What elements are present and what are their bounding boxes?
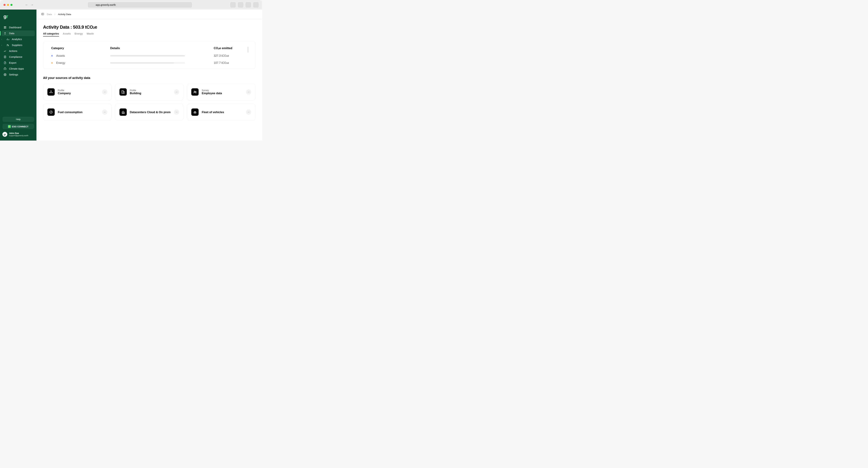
user-email: support@greenly.earth bbox=[9, 134, 28, 136]
category-tabs: All categories Assets Energy Waste bbox=[43, 32, 255, 36]
source-kicker: Profile bbox=[58, 89, 71, 92]
sidebar-item-settings[interactable]: Settings bbox=[0, 72, 36, 77]
sidebar-item-analytics[interactable]: › Analytics bbox=[0, 36, 36, 42]
tab-assets[interactable]: Assets bbox=[63, 32, 71, 36]
svg-rect-9 bbox=[42, 13, 44, 15]
logo: gr bbox=[0, 9, 36, 25]
svg-point-10 bbox=[51, 91, 51, 91]
sidebar-item-data[interactable]: Data bbox=[2, 30, 35, 36]
svg-rect-3 bbox=[5, 28, 6, 28]
dashboard-icon bbox=[3, 26, 7, 29]
sidebar-item-climate-apps[interactable]: Climate Apps bbox=[0, 66, 36, 72]
breadcrumb: Data / Activity Data bbox=[36, 9, 262, 19]
source-title: Employee data bbox=[202, 92, 222, 95]
tab-all-categories[interactable]: All categories bbox=[43, 32, 59, 36]
upload-icon bbox=[3, 32, 7, 35]
sidebar-item-label: Data bbox=[9, 32, 14, 35]
breadcrumb-root[interactable]: Data bbox=[47, 13, 52, 15]
source-title: Company bbox=[58, 92, 71, 95]
tab-energy[interactable]: Energy bbox=[75, 32, 83, 36]
arrow-right-icon: → bbox=[246, 110, 251, 115]
source-card[interactable]: EFFuel consumption→ bbox=[43, 104, 112, 120]
help-button[interactable]: Help bbox=[2, 117, 34, 122]
chevron-right-icon: › bbox=[1, 44, 2, 46]
forward-arrow-icon[interactable]: → bbox=[30, 3, 34, 7]
source-icon bbox=[48, 88, 55, 96]
category-dot-icon bbox=[51, 55, 53, 57]
svg-rect-1 bbox=[5, 26, 6, 27]
sidebar-item-label: Dashboard bbox=[9, 26, 21, 29]
source-icon: EF bbox=[48, 108, 55, 116]
sidebar-item-label: Export bbox=[9, 61, 16, 64]
svg-rect-13 bbox=[122, 91, 123, 94]
breadcrumb-sep: / bbox=[55, 13, 55, 15]
scroll-thumb[interactable] bbox=[248, 47, 248, 53]
source-icon bbox=[191, 108, 198, 116]
source-card[interactable]: Fleet of vehicles→ bbox=[187, 104, 255, 120]
source-icon bbox=[119, 108, 127, 116]
browser-chrome-bar: ← → app.greenly.earth bbox=[0, 0, 262, 9]
url-bar[interactable]: app.greenly.earth bbox=[88, 2, 192, 8]
sidebar-item-export[interactable]: Export bbox=[0, 60, 36, 66]
actions-icon bbox=[3, 50, 7, 53]
close-dot[interactable] bbox=[3, 4, 5, 6]
svg-rect-14 bbox=[123, 91, 124, 93]
compliance-icon bbox=[3, 55, 7, 59]
arrow-right-icon: → bbox=[246, 89, 251, 95]
svg-rect-20 bbox=[123, 113, 124, 113]
avatar: gr bbox=[2, 132, 7, 137]
details-bar bbox=[110, 62, 185, 63]
summary-row[interactable]: Energy107.7 tCO₂e bbox=[51, 61, 248, 65]
category-name: Energy bbox=[56, 61, 65, 65]
back-arrow-icon[interactable]: ← bbox=[25, 3, 29, 7]
bolt-icon: ⚡ bbox=[8, 125, 11, 128]
svg-point-16 bbox=[195, 91, 196, 92]
source-card[interactable]: SurveyEmployee data→ bbox=[187, 84, 255, 100]
sidebar-item-label: Climate Apps bbox=[9, 67, 24, 70]
source-icon bbox=[119, 88, 127, 96]
maximize-dot[interactable] bbox=[10, 4, 12, 6]
details-bar bbox=[110, 55, 185, 56]
breadcrumb-current: Activity Data bbox=[58, 13, 71, 15]
category-name: Assets bbox=[56, 54, 65, 57]
sidebar-item-suppliers[interactable]: › Suppliers bbox=[0, 42, 36, 48]
svg-rect-0 bbox=[4, 26, 5, 27]
category-dot-icon bbox=[51, 62, 53, 64]
sidebar-item-label: Suppliers bbox=[12, 44, 22, 46]
apps-icon bbox=[3, 67, 7, 70]
sources-title: All your sources of activity data bbox=[43, 76, 255, 80]
export-icon bbox=[3, 61, 7, 64]
sidebar-item-label: Compliance bbox=[9, 56, 22, 58]
minimize-dot[interactable] bbox=[7, 4, 9, 6]
source-kicker: Profile bbox=[130, 89, 141, 92]
summary-row[interactable]: Assets327.3 tCO₂e bbox=[51, 54, 248, 57]
arrow-right-icon: → bbox=[174, 89, 179, 95]
source-title: Fuel consumption bbox=[58, 111, 83, 114]
tab-waste[interactable]: Waste bbox=[87, 32, 94, 36]
source-title: Fleet of vehicles bbox=[202, 111, 224, 114]
panel-icon[interactable] bbox=[41, 13, 44, 16]
col-emitted-head: CO₂e emitted bbox=[214, 46, 248, 50]
analytics-icon bbox=[6, 38, 9, 41]
sidebar-item-compliance[interactable]: Compliance bbox=[0, 54, 36, 60]
window-controls bbox=[3, 4, 12, 6]
svg-point-4 bbox=[7, 44, 8, 45]
user-block[interactable]: gr John Doe support@greenly.earth bbox=[0, 132, 36, 141]
chevron-right-icon: › bbox=[1, 38, 2, 40]
source-card[interactable]: Datacenters Cloud & On prem→ bbox=[115, 104, 184, 120]
source-icon bbox=[191, 88, 198, 96]
source-card[interactable]: ProfileBuilding→ bbox=[115, 84, 184, 100]
arrow-right-icon: → bbox=[102, 110, 107, 115]
col-category-head: Category bbox=[51, 46, 110, 50]
svg-point-5 bbox=[8, 45, 9, 46]
co2e-value: 107.7 tCO₂e bbox=[214, 61, 248, 65]
sidebar-item-dashboard[interactable]: Dashboard bbox=[0, 25, 36, 30]
svg-rect-7 bbox=[4, 68, 6, 70]
sidebar-item-label: Actions bbox=[9, 50, 18, 53]
sidebar-item-actions[interactable]: Actions bbox=[0, 48, 36, 54]
col-details-head: Details bbox=[110, 46, 214, 50]
source-card[interactable]: ProfileCompany→ bbox=[43, 84, 112, 100]
esg-connect-button[interactable]: ⚡ ESG CONNECT bbox=[2, 124, 34, 129]
sidebar-item-label: Analytics bbox=[12, 38, 22, 41]
page-title: Activity Data : 503.9 tCO₂e bbox=[43, 25, 255, 30]
